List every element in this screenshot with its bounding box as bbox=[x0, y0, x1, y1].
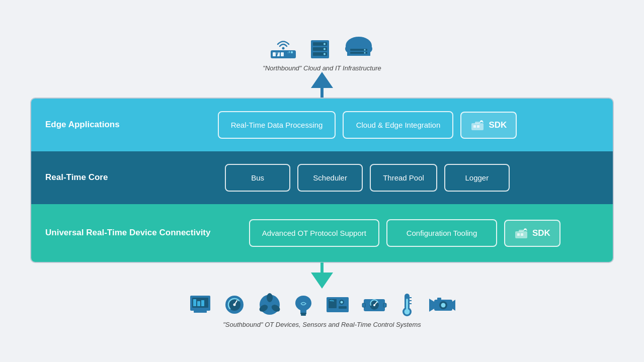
svg-rect-47 bbox=[300, 313, 306, 314]
svg-point-69 bbox=[441, 303, 446, 308]
lightbulb-icon bbox=[293, 293, 313, 317]
cloud-edge-box: Cloud & Edge Integration bbox=[343, 111, 453, 139]
southbound-arrow-stem bbox=[320, 262, 324, 273]
cloud-server-icon bbox=[342, 34, 375, 61]
connectivity-layer-title: Universal Real-Time Device Connectivity bbox=[45, 227, 211, 238]
svg-rect-72 bbox=[437, 298, 441, 300]
industrial-controller-icon bbox=[325, 293, 351, 316]
core-layer-title: Real-Time Core bbox=[45, 172, 136, 183]
svg-rect-19 bbox=[347, 47, 370, 56]
svg-rect-62 bbox=[406, 299, 408, 310]
connectivity-layer: Universal Real-Time Device Connectivity … bbox=[31, 204, 613, 262]
svg-point-46 bbox=[268, 303, 272, 307]
svg-point-23 bbox=[364, 52, 365, 54]
southbound-arrow-area bbox=[311, 262, 333, 289]
southbound-label: "Southbound" OT Devices, Sensors and Rea… bbox=[223, 321, 421, 328]
connectivity-components: Advanced OT Protocol Support Configurati… bbox=[211, 219, 599, 247]
svg-point-22 bbox=[364, 49, 365, 51]
svg-rect-3 bbox=[281, 52, 284, 56]
svg-rect-35 bbox=[193, 299, 196, 306]
svg-rect-29 bbox=[519, 230, 524, 232]
thermometer-icon bbox=[398, 292, 416, 318]
svg-point-14 bbox=[324, 48, 326, 50]
page-container: "Northbound" Cloud and IT Infrastructure… bbox=[0, 0, 644, 362]
thread-pool-box: Thread Pool bbox=[370, 164, 437, 192]
svg-point-63 bbox=[405, 309, 410, 315]
logger-box: Logger bbox=[444, 164, 510, 192]
edge-layer-title: Edge Applications bbox=[45, 119, 136, 130]
northbound-arrow-stem bbox=[320, 88, 324, 98]
svg-rect-37 bbox=[201, 300, 204, 306]
hmi-panel-icon bbox=[189, 294, 212, 316]
sdk-toolbox-icon-2 bbox=[514, 228, 528, 239]
northbound-arrow-head bbox=[311, 72, 333, 88]
svg-point-57 bbox=[373, 304, 375, 306]
real-time-data-box: Real-Time Data Processing bbox=[218, 111, 336, 139]
svg-rect-5 bbox=[291, 51, 293, 53]
svg-point-41 bbox=[233, 304, 236, 306]
southbound-section: "Southbound" OT Devices, Sensors and Rea… bbox=[189, 290, 455, 328]
core-components: Bus Scheduler Thread Pool Logger bbox=[136, 164, 599, 192]
svg-marker-71 bbox=[452, 300, 455, 311]
router-icon bbox=[269, 37, 298, 61]
svg-rect-31 bbox=[521, 233, 523, 236]
scheduler-box: Scheduler bbox=[297, 164, 363, 192]
fan-icon bbox=[257, 293, 282, 317]
connectivity-sdk-box: SDK bbox=[504, 220, 560, 247]
svg-rect-58 bbox=[362, 303, 365, 307]
server-icon bbox=[307, 37, 333, 61]
ot-protocol-box: Advanced OT Protocol Support bbox=[249, 219, 379, 247]
flow-meter-icon bbox=[362, 293, 387, 316]
svg-rect-36 bbox=[197, 301, 200, 306]
svg-point-13 bbox=[324, 43, 326, 45]
svg-rect-48 bbox=[301, 314, 306, 316]
southbound-icons bbox=[189, 292, 455, 318]
svg-point-6 bbox=[282, 47, 284, 50]
svg-rect-53 bbox=[339, 306, 347, 309]
edge-components: Real-Time Data Processing Cloud & Edge I… bbox=[136, 111, 599, 139]
svg-rect-34 bbox=[194, 311, 207, 313]
svg-marker-70 bbox=[429, 299, 434, 312]
northbound-section: "Northbound" Cloud and IT Infrastructure bbox=[263, 34, 381, 72]
edge-applications-layer: Edge Applications Real-Time Data Process… bbox=[31, 99, 613, 151]
southbound-arrow-head bbox=[311, 273, 333, 289]
architecture-box: Edge Applications Real-Time Data Process… bbox=[30, 98, 614, 263]
svg-rect-27 bbox=[477, 125, 479, 128]
northbound-arrow-area bbox=[311, 72, 333, 98]
real-time-core-layer: Real-Time Core Bus Scheduler Thread Pool… bbox=[31, 151, 613, 204]
bus-box: Bus bbox=[225, 164, 290, 192]
sdk-toolbox-icon bbox=[470, 120, 485, 131]
northbound-label: "Northbound" Cloud and IT Infrastructure bbox=[263, 64, 381, 72]
camera-icon bbox=[427, 295, 455, 315]
svg-rect-30 bbox=[517, 233, 520, 236]
svg-rect-25 bbox=[475, 122, 480, 124]
northbound-icons bbox=[269, 34, 375, 61]
svg-rect-1 bbox=[273, 52, 276, 56]
svg-point-43 bbox=[267, 293, 273, 302]
edge-sdk-box: SDK bbox=[460, 112, 517, 139]
sensor-gauge-icon bbox=[223, 294, 246, 316]
svg-point-52 bbox=[341, 301, 343, 304]
svg-rect-26 bbox=[473, 125, 476, 128]
config-tooling-box: Configuration Tooling bbox=[386, 219, 497, 247]
svg-point-15 bbox=[324, 53, 326, 55]
svg-rect-59 bbox=[383, 303, 386, 307]
